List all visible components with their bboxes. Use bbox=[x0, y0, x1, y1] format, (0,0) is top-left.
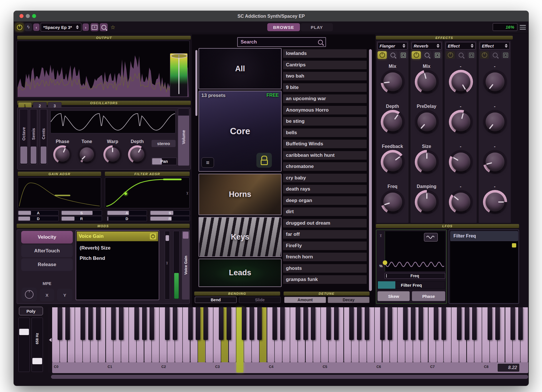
category-tile-horns[interactable]: Horns bbox=[199, 174, 282, 215]
lfo-skew-button[interactable]: Skew bbox=[378, 291, 410, 301]
black-key[interactable] bbox=[334, 307, 339, 340]
black-key[interactable] bbox=[311, 307, 315, 340]
black-key[interactable] bbox=[388, 307, 392, 340]
effect-knob-item[interactable] bbox=[483, 190, 507, 214]
black-key[interactable] bbox=[119, 307, 123, 340]
black-key[interactable] bbox=[419, 307, 423, 340]
wheel-handle[interactable] bbox=[19, 329, 29, 335]
black-key[interactable] bbox=[257, 307, 262, 340]
lfo-freq-slider[interactable]: Freq bbox=[384, 273, 445, 279]
black-key[interactable] bbox=[219, 307, 223, 340]
lfo-amount-strip[interactable]: ✂ % bbox=[378, 231, 385, 271]
effect-knob-damping[interactable] bbox=[415, 190, 439, 214]
keyboard-scrollbar[interactable] bbox=[51, 375, 528, 379]
effect-knob-depth[interactable] bbox=[381, 110, 405, 134]
effect-knob-mix[interactable] bbox=[415, 70, 439, 94]
black-key[interactable] bbox=[380, 307, 385, 340]
black-key[interactable] bbox=[150, 307, 154, 340]
black-key[interactable] bbox=[96, 307, 101, 340]
black-key[interactable] bbox=[326, 307, 331, 340]
black-key[interactable] bbox=[173, 307, 177, 340]
black-key[interactable] bbox=[510, 307, 515, 340]
effect-expand-icon[interactable] bbox=[399, 51, 408, 59]
black-key[interactable] bbox=[272, 307, 277, 340]
category-tile-all[interactable]: All bbox=[199, 48, 282, 89]
category-tile-core[interactable]: Core13 presetsFREE≡ bbox=[199, 91, 282, 172]
effect-power-icon[interactable] bbox=[480, 51, 489, 59]
black-key[interactable] bbox=[188, 307, 193, 340]
black-key[interactable] bbox=[58, 307, 62, 340]
black-key[interactable] bbox=[349, 307, 354, 340]
black-key[interactable] bbox=[365, 307, 369, 340]
black-key[interactable] bbox=[441, 307, 446, 340]
effect-power-icon[interactable] bbox=[412, 51, 421, 59]
lfo-target-add-button[interactable] bbox=[512, 243, 516, 248]
category-tile-leads[interactable]: Leads bbox=[199, 259, 282, 287]
black-key[interactable] bbox=[411, 307, 415, 340]
effect-knob-mix[interactable] bbox=[381, 70, 405, 94]
black-key[interactable] bbox=[488, 307, 492, 340]
black-key[interactable] bbox=[280, 307, 285, 340]
black-key[interactable] bbox=[303, 307, 308, 340]
lfo-phase-button[interactable]: Phase bbox=[412, 291, 445, 301]
effect-power-icon[interactable] bbox=[378, 51, 387, 59]
poly-button[interactable]: Poly bbox=[19, 307, 43, 315]
effect-search-icon[interactable] bbox=[422, 51, 431, 59]
black-key[interactable] bbox=[227, 307, 231, 340]
lfo-shape-button[interactable] bbox=[424, 233, 438, 241]
black-key[interactable] bbox=[203, 307, 208, 340]
effect-knob-item[interactable] bbox=[449, 70, 473, 94]
black-key[interactable] bbox=[88, 307, 93, 340]
lfo-wave-display[interactable]: ✂ % bbox=[378, 231, 445, 271]
black-key[interactable] bbox=[196, 307, 200, 340]
wheel-handle[interactable] bbox=[32, 358, 42, 364]
list-icon[interactable]: ≡ bbox=[201, 157, 214, 168]
effect-knob-item[interactable] bbox=[483, 150, 507, 174]
effect-type-select[interactable]: Flanger bbox=[378, 42, 407, 50]
black-key[interactable] bbox=[111, 307, 116, 340]
black-key[interactable] bbox=[465, 307, 469, 340]
effect-knob-predelay[interactable] bbox=[415, 110, 439, 134]
black-key[interactable] bbox=[242, 307, 246, 340]
black-key[interactable] bbox=[142, 307, 147, 340]
effect-search-icon[interactable] bbox=[388, 51, 397, 59]
effect-type-select[interactable]: Reverb bbox=[412, 42, 441, 50]
black-key[interactable] bbox=[134, 307, 139, 340]
effect-expand-icon[interactable] bbox=[467, 51, 476, 59]
effect-power-icon[interactable] bbox=[446, 51, 455, 59]
black-key[interactable] bbox=[518, 307, 523, 340]
pitch-wheel[interactable] bbox=[18, 318, 30, 372]
effect-search-icon[interactable] bbox=[490, 51, 500, 59]
black-key[interactable] bbox=[296, 307, 300, 340]
keyboard-scroll-left[interactable] bbox=[48, 307, 52, 373]
lfo-target-body[interactable] bbox=[450, 241, 518, 303]
effect-expand-icon[interactable] bbox=[433, 51, 442, 59]
effect-type-select[interactable]: Effect bbox=[480, 42, 510, 50]
category-tile-keys[interactable]: Keys bbox=[199, 217, 282, 257]
effect-type-select[interactable]: Effect bbox=[446, 42, 476, 50]
black-key[interactable] bbox=[434, 307, 438, 340]
effect-knob-size[interactable] bbox=[415, 150, 439, 174]
black-key[interactable] bbox=[165, 307, 170, 340]
black-key[interactable] bbox=[495, 307, 500, 340]
black-key[interactable] bbox=[457, 307, 462, 340]
effect-knob-item[interactable] bbox=[449, 150, 473, 174]
black-key[interactable] bbox=[65, 307, 70, 340]
black-key[interactable] bbox=[80, 307, 85, 340]
effect-search-icon[interactable] bbox=[456, 51, 466, 59]
dial-icon bbox=[380, 52, 385, 58]
effect-knob-freq[interactable] bbox=[381, 190, 405, 214]
black-key[interactable] bbox=[403, 307, 408, 340]
effect-slot-4: Effect---- bbox=[478, 41, 511, 223]
effect-knob-item[interactable] bbox=[449, 190, 473, 214]
effect-knob-item[interactable] bbox=[449, 110, 473, 134]
lfo-filter-freq-button[interactable]: Filter Freq bbox=[378, 281, 445, 289]
effect-knob-item[interactable] bbox=[483, 70, 507, 94]
effect-knob-feedback[interactable] bbox=[381, 150, 405, 174]
black-key[interactable] bbox=[250, 307, 254, 340]
black-key[interactable] bbox=[472, 307, 477, 340]
effect-knob-item[interactable] bbox=[483, 110, 507, 134]
magnifier-icon bbox=[493, 53, 498, 58]
black-key[interactable] bbox=[357, 307, 362, 340]
effect-expand-icon[interactable] bbox=[501, 51, 510, 59]
